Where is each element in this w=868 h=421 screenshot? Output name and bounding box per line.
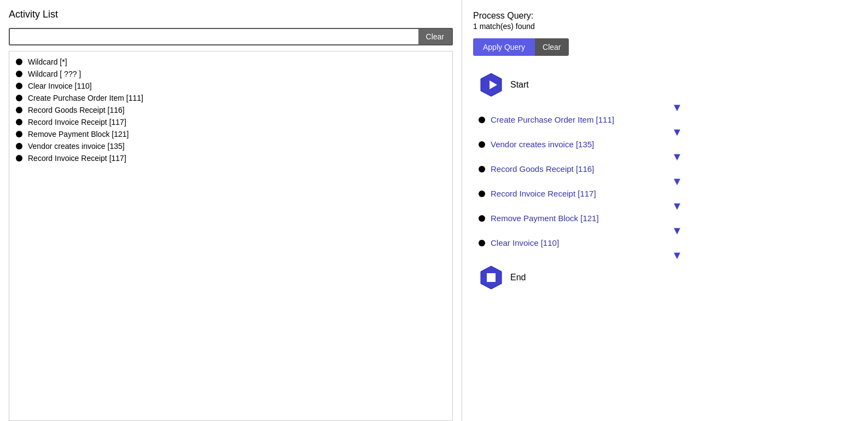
arrow-down-icon: ▼ [672,176,683,187]
bullet-icon [16,59,22,65]
arrow-down-icon: ▼ [672,200,683,211]
flow-arrow: ▼ [497,125,857,139]
flow-bullet-icon [479,240,485,246]
list-item-label: Wildcard [ ??? ] [28,70,81,78]
list-item-label: Vendor creates invoice [135] [28,142,125,151]
list-item-label: Record Goods Receipt [116] [28,106,125,114]
flow-step: Record Goods Receipt [116] [479,163,857,175]
flow-step: Clear Invoice [110] [479,237,857,249]
list-item-label: Record Invoice Receipt [117] [28,118,126,126]
start-label: Start [510,80,529,90]
flow-step-label: Create Purchase Order Item [111] [491,115,614,124]
start-icon [479,72,504,97]
panel-title: Activity List [9,9,462,20]
svg-rect-3 [487,273,496,282]
flow-start: Start [479,72,857,97]
end-icon [479,265,504,290]
bullet-icon [16,95,22,101]
flow-step-label: Record Invoice Receipt [117] [491,189,596,198]
bullet-icon [16,83,22,89]
match-count: 1 match(es) found [473,22,857,31]
process-query-title: Process Query: [473,11,857,21]
flow-bullet-icon [479,117,485,123]
list-item[interactable]: Vendor creates invoice [135] [9,140,452,152]
flow-step: Remove Payment Block [121] [479,212,857,224]
list-item-label: Record Invoice Receipt [117] [28,154,126,163]
list-item-label: Create Purchase Order Item [111] [28,94,143,102]
list-item[interactable]: Remove Payment Block [121] [9,128,452,140]
arrow-down-icon: ▼ [672,102,683,113]
flow-bullet-icon [479,215,485,222]
query-buttons: Apply Query Clear [473,38,857,56]
flow-bullet-icon [479,141,485,148]
flow-arrow: ▼ [497,224,857,237]
search-input[interactable] [10,29,418,44]
list-item[interactable]: Record Invoice Receipt [117] [9,116,452,128]
list-item[interactable]: Wildcard [*] [9,56,452,68]
activity-list-container: Wildcard [*]Wildcard [ ??? ]Clear Invoic… [9,51,453,421]
list-item[interactable]: Record Invoice Receipt [117] [9,152,452,164]
list-item[interactable]: Wildcard [ ??? ] [9,68,452,80]
arrow-down-icon: ▼ [672,250,683,261]
flow-arrow: ▼ [497,150,857,163]
list-item[interactable]: Clear Invoice [110] [9,80,452,92]
bullet-icon [16,119,22,125]
clear-search-button[interactable]: Clear [418,29,452,44]
flow-steps: ▼Create Purchase Order Item [111]▼Vendor… [479,101,857,262]
arrow-down-icon: ▼ [672,126,683,137]
flow-bullet-icon [479,191,485,197]
flow-step: Create Purchase Order Item [111] [479,114,857,125]
right-panel: Process Query: 1 match(es) found Apply Q… [462,0,868,421]
search-bar: Clear [9,28,453,45]
flow-arrow: ▼ [497,199,857,212]
left-panel: Activity List Clear Wildcard [*]Wildcard… [0,0,462,421]
list-item[interactable]: Create Purchase Order Item [111] [9,92,452,104]
apply-query-button[interactable]: Apply Query [473,38,535,56]
arrow-down-icon: ▼ [672,151,683,162]
flow-step-label: Vendor creates invoice [135] [491,140,594,149]
flow-step: Record Invoice Receipt [117] [479,188,857,199]
flow-bullet-icon [479,166,485,172]
flow-arrow: ▼ [497,175,857,188]
bullet-icon [16,155,22,162]
flow-step: Vendor creates invoice [135] [479,139,857,150]
bullet-icon [16,131,22,137]
flow-container: Start ▼Create Purchase Order Item [111]▼… [473,69,857,410]
end-label: End [510,273,526,282]
bullet-icon [16,107,22,113]
list-item[interactable]: Record Goods Receipt [116] [9,104,452,116]
bullet-icon [16,143,22,149]
clear-query-button[interactable]: Clear [535,38,568,56]
list-item-label: Clear Invoice [110] [28,82,92,90]
flow-arrow-final: ▼ [497,249,857,262]
flow-step-label: Record Goods Receipt [116] [491,164,594,174]
activity-list: Wildcard [*]Wildcard [ ??? ]Clear Invoic… [9,51,452,169]
list-item-label: Wildcard [*] [28,57,67,66]
list-item-label: Remove Payment Block [121] [28,130,129,139]
flow-step-label: Remove Payment Block [121] [491,214,599,223]
flow-step-label: Clear Invoice [110] [491,238,559,247]
arrow-down-icon: ▼ [672,225,683,236]
bullet-icon [16,71,22,77]
flow-end: End [479,265,857,290]
flow-arrow: ▼ [497,101,857,114]
